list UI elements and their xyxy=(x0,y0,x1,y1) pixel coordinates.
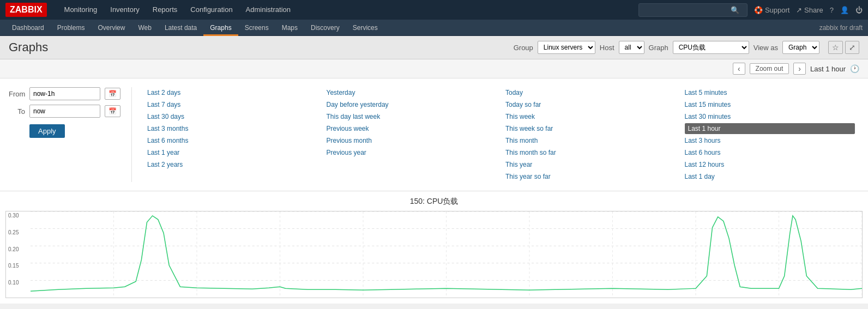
link-last-7-days[interactable]: Last 7 days xyxy=(147,99,318,110)
link-this-month-so-far[interactable]: This month so far xyxy=(505,147,676,158)
subnav-services[interactable]: Services xyxy=(346,20,384,36)
page-header: Graphs Group Linux servers Host all Grap… xyxy=(0,36,868,59)
graph-label: Graph xyxy=(649,44,668,52)
from-calendar-button[interactable]: 📅 xyxy=(105,88,120,100)
top-nav-right: 🔍 🛟 Support ↗ Share ? 👤 ⏻ xyxy=(638,3,863,17)
subnav-maps[interactable]: Maps xyxy=(275,20,304,36)
zoom-next-button[interactable]: › xyxy=(793,63,806,75)
from-input[interactable] xyxy=(29,87,100,100)
fullscreen-icon[interactable]: ⤢ xyxy=(845,41,859,54)
link-previous-week[interactable]: Previous week xyxy=(327,123,497,134)
link-last-30-minutes[interactable]: Last 30 minutes xyxy=(685,111,855,122)
help-icon[interactable]: ? xyxy=(830,6,834,14)
subnav-right-text: zabbix for draft xyxy=(819,24,863,32)
link-last-6-months[interactable]: Last 6 months xyxy=(147,135,318,146)
nav-monitoring[interactable]: Monitoring xyxy=(58,0,104,20)
link-last-1-day[interactable]: Last 1 day xyxy=(685,171,855,182)
to-label: To xyxy=(9,107,25,116)
main-content: From 📅 To 📅 Apply Last 2 days Last 7 day… xyxy=(0,78,868,191)
search-icon: 🔍 xyxy=(731,6,739,14)
apply-button[interactable]: Apply xyxy=(29,124,65,138)
link-last-12-hours[interactable]: Last 12 hours xyxy=(685,159,855,170)
quick-links-panel: Last 2 days Last 7 days Last 30 days Las… xyxy=(131,87,859,182)
search-input[interactable] xyxy=(643,6,731,14)
to-row: To 📅 xyxy=(9,105,120,118)
zoom-bar: ‹ Zoom out › Last 1 hour 🕐 xyxy=(0,59,868,78)
link-last-5-minutes[interactable]: Last 5 minutes xyxy=(685,87,855,98)
graph-y-labels: 0.30 0.25 0.20 0.15 0.10 xyxy=(6,211,31,287)
link-this-month[interactable]: This month xyxy=(505,135,676,146)
group-label: Group xyxy=(514,44,533,52)
link-day-before-yesterday[interactable]: Day before yesterday xyxy=(327,99,497,110)
link-previous-month[interactable]: Previous month xyxy=(327,135,497,146)
y-label-0.25: 0.25 xyxy=(8,229,28,235)
y-label-0.10: 0.10 xyxy=(8,280,28,286)
quick-col-4: Last 5 minutes Last 15 minutes Last 30 m… xyxy=(680,87,860,182)
quick-col-2: Yesterday Day before yesterday This day … xyxy=(322,87,502,182)
link-this-week-so-far[interactable]: This week so far xyxy=(505,123,676,134)
link-last-3-hours[interactable]: Last 3 hours xyxy=(685,135,855,146)
zoom-out-button[interactable]: Zoom out xyxy=(750,63,789,74)
zabbix-logo: ZABBIX xyxy=(5,3,47,17)
link-last-2-days[interactable]: Last 2 days xyxy=(147,87,318,98)
link-last-30-days[interactable]: Last 30 days xyxy=(147,111,318,122)
favorite-icon[interactable]: ☆ xyxy=(828,41,843,54)
quick-col-1: Last 2 days Last 7 days Last 30 days Las… xyxy=(143,87,322,182)
page-title: Graphs xyxy=(9,40,514,54)
nav-inventory[interactable]: Inventory xyxy=(104,0,146,20)
top-navigation: ZABBIX Monitoring Inventory Reports Conf… xyxy=(0,0,868,20)
graph-title: 150: CPU负载 xyxy=(5,197,863,207)
link-today-so-far[interactable]: Today so far xyxy=(505,99,676,110)
link-this-day-last-week[interactable]: This day last week xyxy=(327,111,497,122)
view-as-label: View as xyxy=(754,44,778,52)
zoom-time-label: Last 1 hour xyxy=(810,65,846,73)
subnav-latest-data[interactable]: Latest data xyxy=(158,20,203,36)
link-this-year[interactable]: This year xyxy=(505,159,676,170)
subnav-problems[interactable]: Problems xyxy=(51,20,92,36)
user-icon[interactable]: 👤 xyxy=(840,6,849,14)
support-link[interactable]: 🛟 Support xyxy=(754,6,789,14)
subnav-screens[interactable]: Screens xyxy=(238,20,275,36)
subnav-web[interactable]: Web xyxy=(131,20,158,36)
link-last-1-hour[interactable]: Last 1 hour xyxy=(685,123,855,134)
y-label-0.15: 0.15 xyxy=(8,263,28,269)
link-last-3-months[interactable]: Last 3 months xyxy=(147,123,318,134)
graph-svg xyxy=(31,211,862,298)
subnav-overview[interactable]: Overview xyxy=(91,20,131,36)
sub-navigation: Dashboard Problems Overview Web Latest d… xyxy=(0,20,868,36)
search-box[interactable]: 🔍 xyxy=(638,3,748,17)
nav-configuration[interactable]: Configuration xyxy=(184,0,239,20)
link-today[interactable]: Today xyxy=(505,87,676,98)
clock-icon: 🕐 xyxy=(850,64,859,73)
host-select[interactable]: all xyxy=(619,41,644,54)
link-this-week[interactable]: This week xyxy=(505,111,676,122)
subnav-discovery[interactable]: Discovery xyxy=(304,20,346,36)
nav-administration[interactable]: Administration xyxy=(239,0,297,20)
time-picker-panel: From 📅 To 📅 Apply xyxy=(9,87,131,182)
y-label-0.30: 0.30 xyxy=(8,213,28,219)
graph-inner xyxy=(31,211,862,298)
link-yesterday[interactable]: Yesterday xyxy=(327,87,497,98)
share-link[interactable]: ↗ Share xyxy=(796,6,823,14)
header-controls: Group Linux servers Host all Graph CPU负载… xyxy=(514,41,859,54)
to-input[interactable] xyxy=(29,105,100,118)
graph-select[interactable]: CPU负载 xyxy=(673,41,749,54)
subnav-graphs[interactable]: Graphs xyxy=(203,20,238,36)
zoom-prev-button[interactable]: ‹ xyxy=(733,63,745,75)
link-this-year-so-far[interactable]: This year so far xyxy=(505,171,676,182)
to-calendar-button[interactable]: 📅 xyxy=(105,105,120,117)
host-label: Host xyxy=(600,44,614,52)
nav-reports[interactable]: Reports xyxy=(146,0,184,20)
link-previous-year[interactable]: Previous year xyxy=(327,147,497,158)
link-last-6-hours[interactable]: Last 6 hours xyxy=(685,147,855,158)
link-last-2-years[interactable]: Last 2 years xyxy=(147,159,318,170)
quick-col-3: Today Today so far This week This week s… xyxy=(501,87,680,182)
subnav-dashboard[interactable]: Dashboard xyxy=(5,20,51,36)
logout-icon[interactable]: ⏻ xyxy=(855,6,863,14)
view-as-select[interactable]: Graph xyxy=(782,41,819,54)
link-last-15-minutes[interactable]: Last 15 minutes xyxy=(685,99,855,110)
graph-area: 0.30 0.25 0.20 0.15 0.10 xyxy=(5,211,863,298)
group-select[interactable]: Linux servers xyxy=(538,41,595,54)
link-last-1-year[interactable]: Last 1 year xyxy=(147,147,318,158)
header-icons: ☆ ⤢ xyxy=(828,41,859,54)
